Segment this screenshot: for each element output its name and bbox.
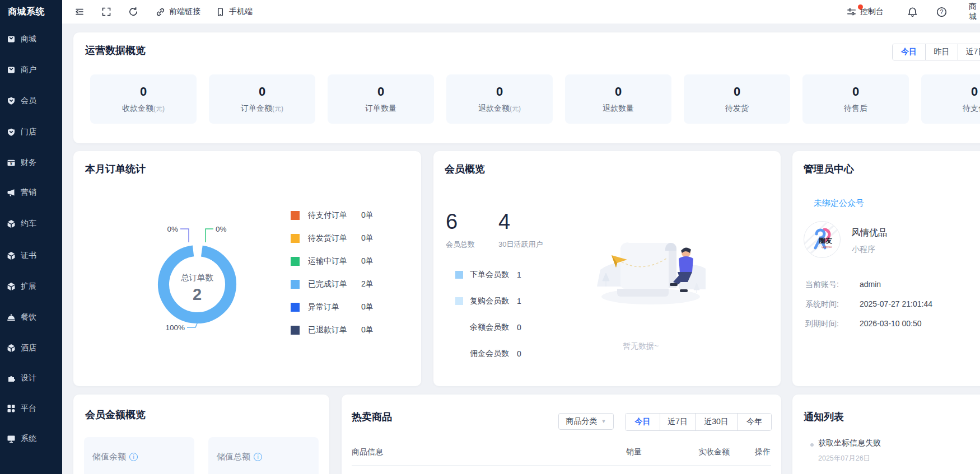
empty-state-illustration bbox=[595, 236, 707, 307]
stat-card-to-pay: 0 待支付 bbox=[921, 74, 980, 124]
mobile-button[interactable]: 手机端 bbox=[216, 0, 253, 24]
dashboard-page: 前端链接 手机端 控制台 bbox=[0, 0, 980, 474]
admin-center-title: 管理员中心 bbox=[804, 162, 854, 176]
stored-total-label: 储值总额 i bbox=[217, 452, 262, 462]
sidebar-item-marketing[interactable]: 营销 bbox=[0, 186, 62, 199]
svg-text:Quanyou: Quanyou bbox=[822, 246, 832, 248]
sliders-icon bbox=[847, 7, 856, 17]
stored-balance-card: 储值余额 i bbox=[84, 437, 194, 474]
account-menu[interactable]: 商城 bbox=[969, 0, 980, 24]
legend-swatch bbox=[455, 323, 463, 331]
help-icon: ? bbox=[936, 7, 947, 17]
console-label: 控制台 bbox=[860, 7, 884, 17]
frontend-link-label: 前端链接 bbox=[169, 7, 200, 17]
stat-value: 0 bbox=[496, 85, 503, 99]
sidebar-item-certificate[interactable]: 证书 bbox=[0, 249, 62, 262]
help-button[interactable]: ? bbox=[936, 0, 947, 24]
category-dropdown[interactable]: 商品分类 ▼ bbox=[558, 413, 614, 430]
sidebar-item-label: 酒店 bbox=[21, 343, 36, 353]
period-today-button[interactable]: 今日 bbox=[626, 414, 660, 430]
stat-label: 订单金额(元) bbox=[241, 104, 283, 114]
sidebar-item-hotel[interactable]: 酒店 bbox=[0, 341, 62, 355]
sidebar-item-platform[interactable]: 平台 bbox=[0, 402, 62, 415]
stat-label: 收款金额(元) bbox=[122, 104, 165, 114]
donut-callout-right: 0% bbox=[216, 225, 227, 233]
sidebar-item-extensions[interactable]: 扩展 bbox=[0, 280, 62, 293]
cube-icon bbox=[7, 251, 16, 260]
collapse-sidebar-button[interactable] bbox=[74, 0, 85, 24]
info-icon[interactable]: i bbox=[129, 453, 138, 461]
bind-official-account-link[interactable]: 未绑定公众号 bbox=[814, 198, 864, 209]
cube-icon bbox=[7, 344, 16, 353]
chevron-down-icon: ▼ bbox=[601, 419, 606, 424]
order-donut-chart: 0% 0% 100% 总订单数 2 bbox=[84, 207, 274, 353]
member-legend-repurchase: 复购会员数1 bbox=[455, 296, 521, 306]
stat-label: 待发货 bbox=[725, 104, 749, 114]
member-legend-ordered: 下单会员数1 bbox=[455, 270, 521, 280]
monitor-icon bbox=[7, 434, 16, 443]
stat-card-received-amount: 0 收款金额(元) bbox=[90, 74, 197, 124]
period-year-button[interactable]: 今年 bbox=[737, 414, 771, 430]
refresh-button[interactable] bbox=[128, 0, 138, 24]
legend-swatch bbox=[455, 297, 463, 305]
stat-card-after-sale: 0 待售后 bbox=[802, 74, 909, 124]
grid-icon bbox=[7, 404, 16, 413]
sidebar-item-design[interactable]: 设计 bbox=[0, 372, 62, 385]
admin-center-panel: 管理员中心 未绑定公众号 圈友 Quanyou 风情优品 小程序 当前账号: a… bbox=[792, 151, 980, 386]
stat-card-order-amount: 0 订单金额(元) bbox=[209, 74, 315, 124]
sidebar-item-mall[interactable]: 商城 bbox=[0, 32, 62, 46]
stat-value: 0 bbox=[140, 85, 147, 99]
legend-item-shipping: 运输中订单0单 bbox=[291, 256, 374, 266]
legend-item-refunded: 已退款订单0单 bbox=[291, 325, 374, 335]
account-label: 商城 bbox=[969, 2, 980, 22]
member-active-30d: 4 30日活跃用户 bbox=[498, 210, 543, 250]
sidebar-item-label: 营销 bbox=[21, 187, 36, 198]
overview-title: 运营数据概览 bbox=[85, 44, 146, 57]
period-last30-button[interactable]: 近30日 bbox=[695, 414, 737, 430]
notice-title: 通知列表 bbox=[804, 410, 844, 424]
info-row-expire-time: 到期时间: 2026-03-10 00:50 bbox=[805, 319, 839, 329]
sidebar-item-member[interactable]: 会员 bbox=[0, 94, 62, 107]
sidebar-item-ride[interactable]: 约车 bbox=[0, 217, 62, 231]
frontend-link-button[interactable]: 前端链接 bbox=[156, 0, 200, 24]
legend-swatch bbox=[291, 234, 300, 243]
period-yesterday-button[interactable]: 昨日 bbox=[925, 44, 958, 60]
cube-icon bbox=[7, 282, 16, 291]
sidebar-item-stores[interactable]: 门店 bbox=[0, 125, 62, 139]
store-icon bbox=[7, 65, 16, 74]
period-last7-button[interactable]: 近7日 bbox=[660, 414, 695, 430]
stat-card-refund-count: 0 退款数量 bbox=[565, 74, 671, 124]
member-total: 6 会员总数 bbox=[446, 210, 475, 250]
stat-value: 0 bbox=[377, 85, 384, 99]
sidebar-item-catering[interactable]: 餐饮 bbox=[0, 311, 62, 324]
stat-label: 待支付 bbox=[963, 104, 980, 114]
sidebar-item-finance[interactable]: ¥ 财务 bbox=[0, 156, 62, 170]
hot-goods-period-filter: 今日 近7日 近30日 今年 bbox=[625, 413, 772, 431]
stored-total-card: 储值总额 i bbox=[208, 437, 319, 474]
link-icon bbox=[156, 7, 165, 17]
fullscreen-icon bbox=[101, 7, 111, 17]
info-icon[interactable]: i bbox=[254, 453, 262, 461]
stat-label: 待售后 bbox=[844, 104, 867, 114]
period-last7-button[interactable]: 近7日 bbox=[958, 44, 980, 60]
fullscreen-button[interactable] bbox=[101, 0, 111, 24]
legend-item-unshipped: 待发货订单0单 bbox=[291, 233, 374, 243]
sidebar-item-system[interactable]: 系统 bbox=[0, 432, 62, 445]
empty-state-text: 暂无数据~ bbox=[585, 341, 697, 351]
sidebar-item-label: 系统 bbox=[21, 434, 36, 444]
sidebar-item-merchant[interactable]: 商户 bbox=[0, 63, 62, 77]
member-legend-balance: 余额会员数0 bbox=[455, 322, 521, 332]
notifications-button[interactable] bbox=[907, 0, 918, 24]
stat-label: 退款金额(元) bbox=[478, 104, 521, 114]
member-amount-title: 会员金额概览 bbox=[85, 408, 146, 421]
member-overview-panel: 会员概览 6 会员总数 4 30日活跃用户 下单会员数1 复购会员数1 余额会员… bbox=[433, 151, 781, 386]
console-button[interactable]: 控制台 bbox=[847, 0, 884, 24]
stat-label: 订单数量 bbox=[365, 104, 396, 114]
stat-card-order-count: 0 订单数量 bbox=[328, 74, 434, 124]
member-legend-commission: 佣金会员数0 bbox=[455, 349, 521, 359]
legend-swatch bbox=[291, 280, 300, 289]
legend-swatch bbox=[291, 303, 300, 312]
period-today-button[interactable]: 今日 bbox=[893, 44, 925, 60]
donut-callout-left: 0% bbox=[167, 225, 178, 233]
legend-item-abnormal: 异常订单0单 bbox=[291, 302, 374, 312]
